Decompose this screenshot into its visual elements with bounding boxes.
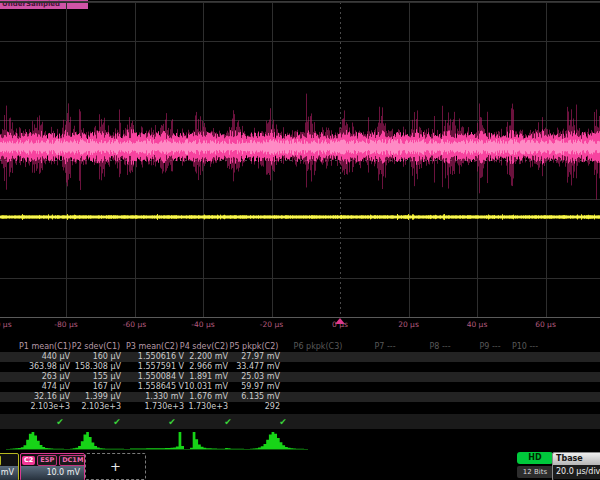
measure-min: 155 µV [59, 372, 121, 382]
time-tick-label: -100 µs [0, 320, 12, 329]
time-tick-label: -80 µs [54, 320, 77, 329]
c2-label: C2 [22, 456, 35, 465]
measure-column-header[interactable]: P4 sdev(C2) [180, 341, 228, 352]
measure-histicon[interactable] [10, 432, 64, 449]
measure-column-header[interactable]: P10 --- [512, 341, 538, 352]
c1-coupling-tag: DC1M [0, 455, 1, 466]
measure-num: 2.103e+3 [59, 402, 121, 412]
c1-channel-descriptor[interactable]: C1 DC1M 50.0 mV [0, 453, 19, 480]
measure-status-check-icon: ✔ [113, 416, 121, 428]
measure-num: 292 [218, 402, 280, 412]
hd-mode-badge[interactable]: HD [517, 452, 553, 464]
measure-sdev: 1.399 µV [59, 392, 121, 402]
time-tick-label: -40 µs [191, 320, 214, 329]
time-axis-labels: -100 µs-80 µs-60 µs-40 µs-20 µs0 µs20 µs… [0, 0, 600, 332]
c2-esp-tag: ESP [37, 455, 57, 466]
time-tick-label: -60 µs [123, 320, 146, 329]
measure-column-header[interactable]: P3 mean(C2) [126, 341, 178, 352]
hd-bits-label: 12 Bits [517, 466, 553, 478]
measure-column-header[interactable]: P5 pkpk(C2) [230, 341, 279, 352]
time-tick-label: 20 µs [398, 320, 419, 329]
measure-histicon[interactable] [70, 432, 124, 449]
measure-column-header[interactable]: P9 --- [479, 341, 500, 352]
timebase-title: Tbase [553, 453, 600, 465]
oscilloscope-screen: { "top_badge": { "label": "UnderSampled"… [0, 0, 600, 480]
measure-column-header[interactable]: P7 --- [374, 341, 395, 352]
measure-status-check-icon: ✔ [279, 416, 287, 428]
bottom-bar: C1 DC1M 50.0 mV C2 ESP DC1M 10.0 mV + HD… [0, 452, 600, 480]
time-tick-label: -20 µs [260, 320, 283, 329]
measure-mean: 158.308 µV [59, 362, 121, 372]
measure-max: 167 µV [59, 382, 121, 392]
c2-coupling-tag: DC1M [59, 455, 85, 466]
time-tick-label: 40 µs [467, 320, 488, 329]
time-tick-label: 0 µs [332, 320, 348, 329]
measure-table: P1 mean(C1)440 µV363.98 µV263 µV474 µV32… [0, 340, 600, 430]
measure-column-header[interactable]: P2 sdev(C1) [72, 341, 120, 352]
timebase-descriptor[interactable]: Tbase 20.0 µs/div [552, 452, 600, 480]
measure-mean: 33.477 mV [218, 362, 280, 372]
c2-channel-descriptor[interactable]: C2 ESP DC1M 10.0 mV [20, 453, 85, 480]
measure-status-check-icon: ✔ [168, 416, 176, 428]
measure-sdev: 6.135 mV [218, 392, 280, 402]
measure-histicon[interactable] [250, 432, 304, 449]
measure-status-check-icon: ✔ [224, 416, 232, 428]
measure-column-header[interactable]: P8 --- [429, 341, 450, 352]
measure-histicons [0, 429, 600, 452]
measure-histicon[interactable] [130, 432, 184, 449]
add-trace-button[interactable]: + [85, 453, 146, 480]
status-row-stripe [0, 414, 600, 429]
timebase-scale: 20.0 µs/div [553, 465, 600, 479]
measure-max: 59.97 mV [218, 382, 280, 392]
time-tick-label: 60 µs [535, 320, 556, 329]
measure-column-header[interactable]: P6 pkpk(C3) [294, 341, 343, 352]
measure-column-header[interactable]: P1 mean(C1) [19, 341, 71, 352]
c1-vertical-scale: 50.0 mV [0, 466, 18, 480]
measure-histicon[interactable] [190, 432, 244, 449]
measure-value: 27.97 mV [218, 352, 280, 362]
measure-min: 25.03 mV [218, 372, 280, 382]
measure-value: 160 µV [59, 352, 121, 362]
measure-status-check-icon: ✔ [56, 416, 64, 428]
c2-vertical-scale: 10.0 mV [21, 466, 84, 480]
